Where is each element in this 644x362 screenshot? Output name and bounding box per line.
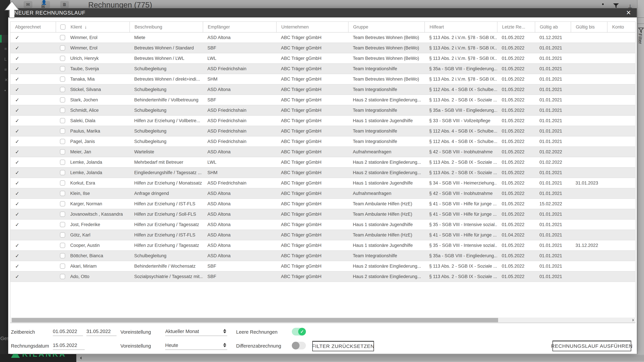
table-row[interactable]: ✓Klein, IlseAnfrage dringendASD AltonaAB…	[10, 188, 635, 199]
gueltig_bis-cell	[571, 74, 607, 84]
gueltig_bis-cell: 31.01.2023	[571, 178, 607, 188]
column-header-unternehmen[interactable]: Unternehmen	[276, 22, 348, 32]
row-checkbox[interactable]	[60, 108, 65, 113]
column-header-gueltig_ab[interactable]: Gültig ab	[535, 22, 571, 32]
row-checkbox[interactable]	[60, 45, 65, 51]
letzte_rechnung-cell: 01.05.2022	[497, 168, 535, 178]
konto-cell	[607, 188, 635, 198]
voreinstellung-zeitbereich-select[interactable]: Aktueller Monat	[165, 329, 227, 336]
row-checkbox[interactable]	[60, 222, 65, 227]
abgerechnet-cell: ✓	[10, 220, 56, 230]
voreinstellung-datum-select[interactable]: Heute	[165, 343, 227, 350]
table-row[interactable]: ✓Jovanowitsch , KassandraHilfen zur Erzi…	[10, 209, 635, 220]
column-header-abgerechnet[interactable]: Abgerechnet	[10, 22, 56, 32]
table-row[interactable]: ✓Pagel, JanisSchulbegleitungASD Friedric…	[10, 136, 635, 147]
row-checkbox[interactable]	[60, 118, 65, 123]
abgerechnet-cell	[10, 230, 56, 240]
table-row[interactable]: ✓Meier, JanWartelisteASD AltonaABC Träge…	[10, 147, 635, 157]
filter-reset-button[interactable]: FILTER ZURÜCKSETZEN	[312, 341, 374, 351]
row-checkbox[interactable]	[60, 170, 65, 175]
table-row[interactable]: ✓Ulrich, HenrykBetreutes Wohnen / LWLLWL…	[10, 53, 635, 64]
table-row[interactable]: Götz, KarlHilfen zur Erziehung / IST-FLS…	[10, 230, 635, 240]
row-checkbox[interactable]	[60, 149, 65, 155]
table-row[interactable]: ✓Stickel, SilvanaSchulbegleitungASD Alto…	[10, 84, 635, 95]
gueltig_bis-cell	[571, 95, 607, 105]
table-row[interactable]: ✓Paulus, MarikaSchulbegleitungASD Friedr…	[10, 126, 635, 136]
table-row[interactable]: ✓Ado, OttoSozialpsychiatrie / Tagessatz …	[10, 272, 635, 282]
row-checkbox[interactable]	[60, 212, 65, 217]
row-checkbox[interactable]	[60, 191, 65, 196]
row-checkbox[interactable]	[60, 253, 65, 258]
gueltig_ab-cell: 01.01.2021	[535, 84, 571, 94]
row-checkbox[interactable]	[60, 76, 65, 82]
table-row[interactable]: ✓Schmidt, AliceSchulbegleitungASD Friedr…	[10, 105, 635, 116]
differenzabrechnung-toggle[interactable]	[292, 342, 306, 350]
column-header-klient[interactable]: Klient↓	[56, 22, 130, 32]
column-header-gueltig_bis[interactable]: Gültig bis	[571, 22, 607, 32]
row-checkbox[interactable]	[60, 56, 65, 61]
row-checkbox[interactable]	[60, 128, 65, 134]
scroll-right-icon[interactable]	[632, 319, 635, 322]
scrollbar-thumb[interactable]	[12, 318, 498, 322]
abgerechnet-cell: ✓	[10, 178, 56, 188]
gueltig_bis-cell	[571, 126, 607, 136]
table-row[interactable]: ✓Korkut, EsraHilfen zur Erziehung / Mona…	[10, 178, 635, 188]
table-row[interactable]: ✓Jost, FrederikeHilfen zur Erziehung / T…	[10, 220, 635, 230]
close-icon[interactable]: ✕	[625, 9, 632, 16]
row-checkbox[interactable]	[60, 160, 65, 165]
table-row[interactable]: ✓Böttcher, BiancaSchulbegleitungASD Alto…	[10, 251, 635, 261]
table-row[interactable]: ✓Taube, SvenjaSchulbegleitungASD Friedri…	[10, 64, 635, 74]
table-row[interactable]: ✓Lemke, JolandaEingliederungshilfe / Tag…	[10, 168, 635, 178]
hilfeart-cell: § 112 Abs. 4 - SGB IX - Schulbe...	[424, 136, 497, 146]
abgerechnet-cell: ✓	[10, 43, 56, 53]
differenzabrechnung-label: Differenzabrechnung	[236, 343, 281, 349]
row-checkbox[interactable]	[60, 201, 65, 206]
table-row[interactable]: ✓Stark, JochenBehindertenhilfe / Vollbet…	[10, 95, 635, 105]
select-all-checkbox[interactable]	[60, 24, 66, 30]
gueltig_bis-cell	[571, 199, 607, 209]
zeitbereich-from-input[interactable]: 01.05.2022	[53, 329, 83, 336]
gruppe-cell: Team Ambulante Hilfen (HzE)	[348, 230, 425, 240]
row-checkbox[interactable]	[60, 87, 65, 92]
column-header-konto[interactable]: Konto	[607, 22, 635, 32]
column-header-gruppe[interactable]: Gruppe	[348, 22, 425, 32]
column-header-hilfeart[interactable]: Hilfeart	[424, 22, 497, 32]
table-row[interactable]: ✓Wimmer, ErolMieteASD AltonaABC Träger g…	[10, 32, 635, 43]
horizontal-scrollbar[interactable]	[10, 318, 636, 323]
gruppe-cell: Team Integrationshilfe	[348, 251, 425, 261]
check-icon: ✓	[15, 222, 19, 228]
invoice-table: AbgerechnetKlient↓BeschreibungEmpfängerU…	[10, 21, 636, 323]
row-checkbox[interactable]	[60, 35, 65, 40]
row-checkbox[interactable]	[60, 274, 65, 279]
gruppe-cell: Aufnahmeanfragen	[348, 147, 425, 157]
client-name: Karger, Norman	[70, 201, 102, 206]
column-header-empfaenger[interactable]: Empfänger	[203, 22, 276, 32]
row-checkbox[interactable]	[60, 264, 65, 269]
client-name: Meier, Jan	[70, 149, 91, 155]
gruppe-cell: Team Integrationshilfe	[348, 64, 425, 74]
row-checkbox[interactable]	[60, 139, 65, 144]
column-header-beschreibung[interactable]: Beschreibung	[130, 22, 203, 32]
beschreibung-cell: Betreutes Wohnen / Standard	[130, 43, 203, 53]
row-checkbox[interactable]	[60, 243, 65, 248]
leere-rechnungen-toggle[interactable]: ✓	[292, 328, 306, 336]
run-invoice-button[interactable]: RECHNUNGSLAUF AUSFÜHREN	[552, 341, 631, 351]
table-row[interactable]: ✓Akari, MiriamBehindertenhilfe / Wochens…	[10, 261, 635, 272]
table-row[interactable]: ✓Tanaka, MiaBetreutes Wohnen / direkt+in…	[10, 74, 635, 84]
row-checkbox[interactable]	[60, 66, 65, 71]
row-checkbox[interactable]	[60, 180, 65, 186]
row-checkbox[interactable]	[60, 97, 65, 103]
abgerechnet-cell: ✓	[10, 261, 56, 271]
row-checkbox[interactable]	[60, 232, 65, 238]
table-row[interactable]: ✓Saleki, DialaHilfen zur Erziehung / Vol…	[10, 116, 635, 126]
rechnungsdatum-input[interactable]: 15.05.2022	[53, 343, 85, 350]
beschreibung-cell: Hilfen zur Erziehung / Monatssatz	[130, 178, 203, 188]
column-header-letzte_rechnung[interactable]: Letzte Re...	[497, 22, 535, 32]
table-row[interactable]: ✓Karger, NormanHilfen zur Erziehung / IS…	[10, 199, 635, 209]
table-row[interactable]: ✓Wimmer, ErolBetreutes Wohnen / Standard…	[10, 43, 635, 53]
zeitbereich-to-input[interactable]: 31.05.2022	[86, 329, 116, 336]
table-row[interactable]: ✓Lemke, JolandaMehrbedarf mit BetreuerLW…	[10, 157, 635, 168]
konto-cell	[607, 126, 635, 136]
table-row[interactable]: ✓Cooper, AustinHilfen zur Erziehung / Ta…	[10, 240, 635, 251]
gruppe-cell: Haus 1 stationäre Jugendhilfe	[348, 178, 425, 188]
